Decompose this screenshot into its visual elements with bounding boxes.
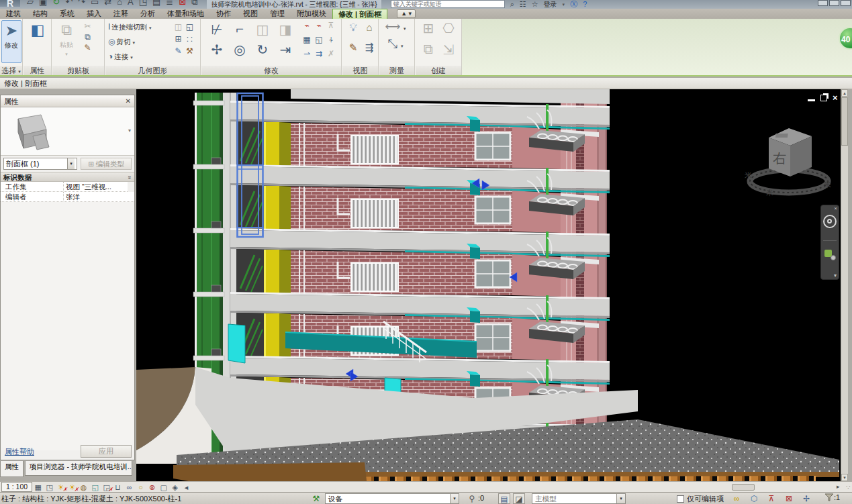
undo-icon[interactable]: ↶ [65,0,73,8]
mirror-axis-icon[interactable]: ◫ [256,21,269,42]
visual-style-icon[interactable]: ◳ [44,483,55,492]
horizontal-scroll-thumb[interactable] [732,484,755,491]
tab-manage[interactable]: 管理 [264,9,291,19]
cut-joint-ends-button[interactable]: Ⅰ连接端切割 ▾ [108,20,151,35]
collapse-group-icon[interactable]: » [124,176,134,179]
scale-icon[interactable]: ◱ [314,34,325,45]
rotate-icon[interactable]: ↻ [257,42,269,62]
minimize-window-icon[interactable] [818,0,828,6]
viewcube[interactable]: 米 米 米 右 [745,128,831,197]
temporary-view-properties-icon[interactable]: ▢ [158,483,169,492]
scroll-up-icon[interactable]: ▲ [841,89,848,97]
editable-only-checkbox[interactable] [677,495,684,503]
communication-center-icon[interactable]: ☷ [520,0,526,9]
3d-view-icon[interactable]: ◳ [139,0,147,8]
scroll-down-icon[interactable]: ▼ [841,474,848,481]
linework-brush-icon[interactable]: ✎ [349,42,358,62]
properties-help-link[interactable]: 属性帮助 [5,447,34,457]
navbar-close-icon[interactable]: × [834,205,837,211]
move-icon[interactable]: ✢ [211,42,223,62]
revit-logo-icon[interactable]: R [0,0,20,7]
tab-view[interactable]: 视图 [237,9,264,19]
trim-multiple-icon[interactable]: ⇉ [314,48,325,59]
save-icon[interactable]: ▣ [39,0,47,8]
resize-grip[interactable]: ⸪ [846,484,851,491]
sun-path-icon[interactable]: ☀✗ [55,483,66,492]
design-options-dropdown[interactable]: 主模型▾ [532,493,626,504]
preview-dropdown-icon[interactable]: ▾ [128,128,131,134]
wall-joins-icon[interactable]: ◫ [173,21,184,32]
paint-icon[interactable]: ✎ [173,46,184,56]
tag-icon[interactable]: ⌂ [117,0,122,8]
view-minimize-icon[interactable] [808,95,815,101]
cut-button[interactable]: ◎剪切 ▾ [108,35,151,50]
tab-analyze[interactable]: 分析 [134,9,161,19]
render-dialog-icon[interactable]: ◍ [78,483,89,492]
restore-window-icon[interactable] [829,0,839,6]
help-icon[interactable]: ? [583,0,587,9]
modify-tool-button[interactable]: ➤ 修改 [1,20,21,63]
gray-inactive-worksets-icon[interactable]: ◪ [513,493,525,504]
vertical-scrollbar[interactable]: ▲ ▼ [841,89,848,481]
close-window-icon[interactable] [841,0,851,6]
section-icon[interactable]: ▤ [152,0,160,8]
aligned-dimension-icon[interactable]: ⤡ ▾ [388,37,404,51]
array-icon[interactable]: ▦ [301,34,313,45]
identity-data-group[interactable]: 标识数据» [1,172,134,182]
thin-lines-toggle-icon[interactable]: ⇶ [365,42,374,62]
crop-view-icon[interactable]: ◱ [89,483,101,492]
render-icon[interactable]: ⌂ [366,21,372,42]
tab-systems[interactable]: 系统 [54,9,81,19]
show-crop-region-icon[interactable]: ◲✗ [101,483,112,492]
vertical-scroll-thumb[interactable] [841,97,848,146]
pin-icon[interactable]: ⍭ [326,34,337,45]
steering-wheel-icon[interactable] [823,215,837,228]
favorites-icon[interactable]: ☆ [532,0,538,9]
worksets-icon[interactable]: ⚒ [310,493,322,504]
join-button[interactable]: ◑连接 ▾ [108,50,151,64]
sync-icon[interactable]: ↻ [52,0,60,8]
shadows-icon[interactable]: ☀✗ [66,483,78,492]
properties-button[interactable]: ◧ [28,20,48,63]
open-icon[interactable]: ▱ [27,0,34,8]
trim-extend-icon[interactable]: ⇥ [280,42,291,62]
reveal-hidden-icon[interactable]: ○ [135,483,146,492]
match-type-icon[interactable]: ✎ [82,42,93,53]
exchange-apps-icon[interactable]: Ⓧ [570,0,577,9]
copy-to-clipboard-icon[interactable]: ⧉ [82,32,93,42]
split-gap-icon[interactable]: ⌁ [314,20,325,31]
scale-button[interactable]: 1 : 100 [1,482,32,492]
offset-icon[interactable]: ⌐ [236,21,244,42]
redo-icon[interactable]: ↷ [78,0,85,8]
align-icon[interactable]: ⊬ [211,21,222,42]
tab-massing-site[interactable]: 体量和场地 [161,9,210,19]
select-pinned-icon[interactable]: ⊼ [765,493,777,504]
drag-on-selection-icon[interactable]: ✢ [800,493,812,504]
active-workset-dropdown[interactable]: 设备▾ [325,493,459,504]
cut-to-clipboard-icon[interactable]: ✂ [82,21,93,32]
palette-close-icon[interactable]: ✕ [126,95,131,107]
create-group-icon[interactable]: ⊞ [423,20,434,42]
worksharing-display-icon[interactable]: ⊗ [146,483,158,492]
measure-icon[interactable]: ▭ [91,0,99,8]
drawing-area[interactable]: 米 米 米 右 × × [136,89,848,481]
sign-in-caret-icon[interactable]: ▾ [563,0,565,9]
detail-level-icon[interactable]: ▦ [32,483,44,492]
editing-requests-icon[interactable]: ⚲ [466,493,478,504]
scroll-right-icon[interactable]: ▸ [837,483,840,490]
create-assembly-icon[interactable]: ⧉ [424,42,433,63]
apply-button[interactable]: 应用 [81,445,132,458]
tab-insert[interactable]: 插入 [81,9,107,19]
tab-modify-section-box[interactable]: 修改 | 剖面框 [332,9,387,19]
mirror-draw-icon[interactable]: ◨ [279,21,292,42]
type-selector[interactable]: 剖面框 (1)▾ [3,158,77,170]
tab-collaborate[interactable]: 协作 [210,9,237,19]
tab-architecture[interactable]: 建筑 [0,9,27,19]
measure-ruler-icon[interactable]: ⟷ ▾ [385,20,406,33]
panel-label-select[interactable]: 选择 ▾ [0,66,22,75]
split-element-icon[interactable]: ⌁ [301,20,313,31]
tab-annotate[interactable]: 注释 [107,9,134,19]
worksharing-dialog-icon[interactable]: ▤ [498,493,510,504]
beam-joins-icon[interactable]: ◱ [184,21,195,32]
search-icon[interactable]: ⌕ [510,0,514,9]
